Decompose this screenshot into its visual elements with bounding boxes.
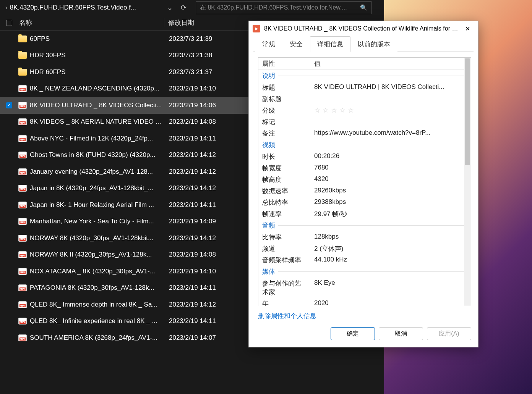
file-name: HDR 30FPS <box>30 52 165 59</box>
file-name: Manhattan, New York - Sea To City - Film… <box>30 218 165 225</box>
file-name: NOX ATACAMA _ 8K (4320p_30fps_AV1-... <box>30 268 165 275</box>
file-date: 2023/7/3 21:37 <box>165 68 245 76</box>
prop-tags[interactable]: 标记 <box>258 116 471 128</box>
properties-dialog: ▶ 8K VIDEO ULTRAHD _ 8K VIDEOS Collectio… <box>248 21 478 347</box>
tab-security[interactable]: 安全 <box>282 36 310 52</box>
mp4-icon: MP4 <box>18 102 27 109</box>
scrollbar[interactable] <box>464 58 471 306</box>
cancel-button[interactable]: 取消 <box>379 327 423 340</box>
folder-icon <box>18 52 27 59</box>
mp4-icon: MP4 <box>18 202 27 208</box>
file-name: 8K _ NEW ZEALAND ASCENDING (4320p... <box>30 85 165 92</box>
file-name: SOUTH AMERICA 8K (3268p_24fps_AV1-... <box>30 334 165 342</box>
apply-button[interactable]: 应用(A) <box>427 327 471 340</box>
file-name: HDR 60FPS <box>30 68 165 76</box>
file-name: QLED 8K_ Infinite experience in real 8K … <box>30 317 165 325</box>
file-date: 2023/2/19 14:11 <box>165 201 245 209</box>
details-panel: 属性 值 说明 标题8K VIDEO ULTRAHD | 8K VIDEOS C… <box>258 57 471 306</box>
dialog-tabs: 常规 安全 详细信息 以前的版本 <box>249 36 478 52</box>
file-date: 2023/2/19 14:12 <box>165 301 245 308</box>
mp4-icon: MP4 <box>18 334 27 341</box>
prop-title[interactable]: 标题8K VIDEO ULTRAHD | 8K VIDEOS Collecti.… <box>258 82 471 93</box>
prop-audio-bitrate[interactable]: 比特率128kbps <box>258 231 471 243</box>
file-date: 2023/2/19 14:12 <box>165 234 245 242</box>
prop-frame-width[interactable]: 帧宽度7680 <box>258 162 471 174</box>
prop-year[interactable]: 年2020 <box>258 298 471 306</box>
file-date: 2023/2/19 14:07 <box>165 334 245 342</box>
section-description: 说明 <box>258 70 471 82</box>
column-date[interactable]: 修改日期 <box>164 18 245 27</box>
file-name: Japan in 8K (4320p_24fps_AV1-128kbit_... <box>30 184 165 192</box>
prop-artist[interactable]: 参与创作的艺术家8K Eye <box>258 278 471 298</box>
prop-sample-rate[interactable]: 音频采样频率44.100 kHz <box>258 254 471 266</box>
mp4-icon: MP4 <box>18 185 27 192</box>
dropdown-icon[interactable]: ⌄ <box>163 2 177 14</box>
mp4-icon: MP4 <box>18 301 27 308</box>
star-icons[interactable]: ☆☆☆☆☆ <box>314 107 356 114</box>
details-header: 属性 值 <box>258 58 471 70</box>
file-name: NORWAY 8K (4320p_30fps_AV1-128kbit... <box>30 234 165 242</box>
dialog-title: 8K VIDEO ULTRAHD _ 8K VIDEOS Collection … <box>264 25 459 32</box>
file-date: 2023/2/19 14:11 <box>165 135 245 142</box>
remove-properties-link[interactable]: 删除属性和个人信息 <box>249 306 478 320</box>
section-media: 媒体 <box>258 266 471 278</box>
mp4-icon: MP4 <box>18 268 27 275</box>
file-date: 2023/2/19 14:08 <box>165 118 245 126</box>
row-checkbox[interactable]: ✓ <box>0 102 18 108</box>
close-button[interactable]: ✕ <box>459 23 476 35</box>
mp4-icon: MP4 <box>18 152 27 158</box>
tab-details[interactable]: 详细信息 <box>310 36 350 52</box>
prop-frame-rate[interactable]: 帧速率29.97 帧/秒 <box>258 208 471 220</box>
refresh-icon[interactable]: ⟳ <box>177 2 190 14</box>
tab-general[interactable]: 常规 <box>255 36 282 52</box>
prop-comment[interactable]: 备注https://www.youtube.com/watch?v=8rP... <box>258 128 471 139</box>
prop-frame-height[interactable]: 帧高度4320 <box>258 174 471 185</box>
column-name[interactable]: 名称 <box>18 18 164 27</box>
prop-duration[interactable]: 时长00:20:26 <box>258 151 471 162</box>
header-checkbox[interactable] <box>0 20 18 26</box>
file-name: Japan in 8K- 1 Hour Relaxing Aerial Film… <box>30 201 165 209</box>
file-date: 2023/2/19 14:12 <box>165 168 245 176</box>
address-text: 8K.4320p.FUHD.HDR.60FPS.Test.Video.f... <box>10 4 163 11</box>
ok-button[interactable]: 确定 <box>331 327 375 340</box>
prop-rating[interactable]: 分级☆☆☆☆☆ <box>258 105 471 116</box>
file-name: QLED 8K_ Immense depth in real 8K _ Sa..… <box>30 301 165 308</box>
file-date: 2023/2/19 14:08 <box>165 251 245 258</box>
dialog-titlebar[interactable]: ▶ 8K VIDEO ULTRAHD _ 8K VIDEOS Collectio… <box>249 21 478 36</box>
scrollbar-thumb[interactable] <box>465 58 470 165</box>
prop-subtitle[interactable]: 副标题 <box>258 93 471 105</box>
mp4-icon: MP4 <box>18 318 27 325</box>
prop-total-bitrate[interactable]: 总比特率29388kbps <box>258 197 471 208</box>
file-name: PATAGONIA 8K (4320p_30fps_AV1-128k... <box>30 284 165 292</box>
mp4-icon: MP4 <box>18 218 27 225</box>
file-name: 8K VIDEOS _ 8K AERIAL NATURE VIDEO F... <box>30 118 165 126</box>
folder-icon <box>18 69 27 76</box>
file-date: 2023/7/3 21:38 <box>165 52 245 59</box>
file-date: 2023/2/19 14:11 <box>165 317 245 325</box>
address-bar[interactable]: › 8K.4320p.FUHD.HDR.60FPS.Test.Video.f..… <box>2 2 193 14</box>
file-date: 2023/2/19 14:09 <box>165 218 245 225</box>
search-icon[interactable]: 🔍 <box>360 4 367 11</box>
file-date: 2023/2/19 14:06 <box>165 102 245 109</box>
prop-channels[interactable]: 频道2 (立体声) <box>258 243 471 254</box>
file-name: January evening (4320p_24fps_AV1-128... <box>30 168 165 176</box>
file-date: 2023/2/19 14:12 <box>165 184 245 192</box>
file-date: 2023/2/19 14:10 <box>165 85 245 92</box>
mp4-icon: MP4 <box>18 85 27 92</box>
file-date: 2023/2/19 14:10 <box>165 268 245 275</box>
mp4-icon: MP4 <box>18 251 27 258</box>
search-placeholder: 在 8K.4320p.FUHD.HDR.60FPS.Test.Video.for… <box>200 4 360 12</box>
prop-data-rate[interactable]: 数据速率29260kbps <box>258 185 471 197</box>
tab-previous[interactable]: 以前的版本 <box>350 36 397 52</box>
mp4-icon: MP4 <box>18 135 27 142</box>
mp4-icon: MP4 <box>18 284 27 291</box>
file-name: 8K VIDEO ULTRAHD _ 8K VIDEOS Collecti... <box>30 102 165 109</box>
file-date: 2023/2/19 14:11 <box>165 284 245 292</box>
file-date: 2023/7/3 21:39 <box>165 35 245 43</box>
mp4-icon: MP4 <box>18 118 27 125</box>
search-input[interactable]: 在 8K.4320p.FUHD.HDR.60FPS.Test.Video.for… <box>196 1 371 14</box>
section-video: 视频 <box>258 139 471 151</box>
header-value: 值 <box>310 58 471 69</box>
file-name: Ghost Towns in 8K (FUHD 4320p) (4320p... <box>30 151 165 159</box>
chevron-right-icon: › <box>5 4 8 11</box>
